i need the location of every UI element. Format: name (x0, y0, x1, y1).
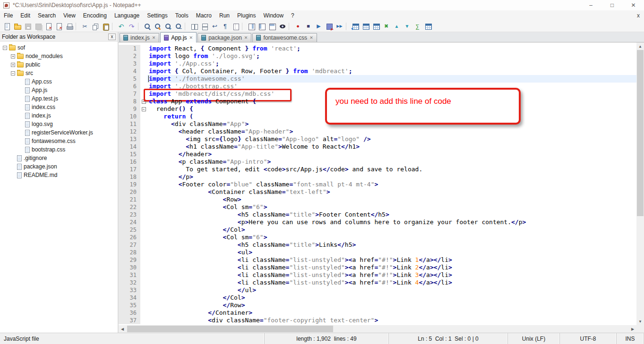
code-line-27[interactable]: 27 <h5 className="title">Links</h5> (119, 241, 636, 249)
tree-item-sof[interactable]: −sof (0, 43, 118, 52)
code-line-31[interactable]: 31 <li className="list-unstyled"><a href… (119, 271, 636, 279)
horizontal-scrollbar[interactable]: ◀ ▶ (119, 325, 644, 333)
replace-icon[interactable] (153, 21, 163, 32)
code-line-36[interactable]: 36 </Container> (119, 309, 636, 317)
menu-window[interactable]: Window (259, 11, 287, 20)
menu-settings[interactable]: Settings (143, 11, 171, 20)
plugin-grid-icon[interactable] (423, 21, 433, 32)
doc-map-icon[interactable] (246, 21, 256, 32)
horizontal-scroll-track[interactable] (126, 325, 629, 333)
tab-close-icon[interactable]: ✕ (309, 35, 313, 40)
redo-icon[interactable]: ↷ (127, 21, 137, 32)
code-area[interactable]: 1import React, { Component } from 'react… (119, 42, 636, 325)
code-line-3[interactable]: 3import './App.css'; (119, 60, 636, 67)
close-all-icon[interactable] (54, 21, 64, 32)
tree-item-public[interactable]: +public (0, 60, 118, 69)
expand-icon[interactable]: + (11, 54, 15, 59)
code-line-24[interactable]: 24 <p>Here you can use rows and columns … (119, 218, 636, 226)
cut-icon[interactable]: ✂ (80, 21, 90, 32)
sync-vertical-icon[interactable] (189, 21, 199, 32)
tab-app-js[interactable]: App.js✕ (160, 32, 197, 42)
tree-item-index-js[interactable]: index.js (0, 111, 118, 120)
tree-item-bootstrap-css[interactable]: bootstrap.css (0, 145, 118, 154)
scroll-right-icon[interactable]: ▶ (629, 325, 636, 333)
code-line-19[interactable]: 19 <Footer color="blue" className="font-… (119, 181, 636, 188)
expand-icon[interactable]: + (11, 63, 15, 67)
code-line-1[interactable]: 1import React, { Component } from 'react… (119, 45, 636, 52)
tree-item-package-json[interactable]: package.json (0, 162, 118, 171)
code-line-18[interactable]: 18 </p> (119, 173, 636, 181)
tab-close-icon[interactable]: ✕ (152, 35, 156, 40)
tree-item-registerserviceworker-js[interactable]: registerServiceWorker.js (0, 128, 118, 137)
tree-item-gitignore[interactable]: .gitignore (0, 154, 118, 162)
tree-item-app-css[interactable]: App.css (0, 77, 118, 86)
code-line-28[interactable]: 28 <ul> (119, 249, 636, 256)
code-line-35[interactable]: 35 </Row> (119, 302, 636, 309)
tab-fontawesome-css[interactable]: fontawesome.css✕ (252, 33, 317, 42)
code-line-14[interactable]: 14 <h1 className="App-title">Welcome to … (119, 143, 636, 151)
plugin-clear-icon[interactable]: ✖ (381, 21, 391, 32)
tree-item-app-test-js[interactable]: App.test.js (0, 94, 118, 103)
tab-close-icon[interactable]: ✕ (244, 35, 248, 40)
code-line-25[interactable]: 25 </Col> (119, 226, 636, 234)
play-macro-icon[interactable]: ▶ (314, 21, 324, 32)
menu-search[interactable]: Search (34, 11, 60, 20)
new-file-icon[interactable] (2, 21, 12, 32)
close-button[interactable]: ✕ (623, 0, 644, 10)
code-line-34[interactable]: 34 </Col> (119, 294, 636, 302)
code-line-26[interactable]: 26 <Col sm="6"> (119, 234, 636, 241)
tree-item-index-css[interactable]: index.css (0, 103, 118, 111)
scroll-left-icon[interactable]: ◀ (119, 325, 126, 333)
code-line-12[interactable]: 12 <header className="App-header"> (119, 128, 636, 135)
doc-list-icon[interactable] (267, 21, 277, 32)
code-line-17[interactable]: 17 To get started, edit <code>src/App.js… (119, 166, 636, 173)
zoom-out-icon[interactable] (173, 21, 183, 32)
record-macro-icon[interactable]: ● (293, 21, 303, 32)
stop-macro-icon[interactable]: ■ (303, 21, 313, 32)
maximize-button[interactable]: □ (601, 0, 623, 10)
code-line-20[interactable]: 20 <Container className="text-left"> (119, 188, 636, 196)
menu-run[interactable]: Run (215, 11, 233, 20)
code-line-37[interactable]: 37 <div className="footer-copyright text… (119, 317, 636, 324)
undo-icon[interactable]: ↶ (116, 21, 126, 32)
run-macro-multiple-icon[interactable]: ▶▶ (335, 21, 344, 32)
code-line-5[interactable]: 5import './fontawesome.css' (119, 75, 636, 83)
sync-horizontal-icon[interactable] (199, 21, 209, 32)
save-macro-icon[interactable] (324, 21, 334, 32)
tree-item-node-modules[interactable]: +node_modules (0, 52, 118, 60)
zoom-in-icon[interactable] (163, 21, 173, 32)
code-line-2[interactable]: 2import logo from './logo.svg'; (119, 52, 636, 60)
open-file-icon[interactable] (12, 21, 22, 32)
show-all-chars-icon[interactable]: ¶ (220, 21, 230, 32)
copy-icon[interactable] (90, 21, 100, 32)
plugin-sort-descending-icon[interactable]: ▼ (402, 21, 412, 32)
menu-view[interactable]: View (60, 11, 79, 20)
plugin-sum-icon[interactable]: ∑ (412, 21, 422, 32)
code-line-13[interactable]: 13 <img src={logo} className="App-logo" … (119, 135, 636, 143)
indent-guide-icon[interactable] (231, 21, 240, 32)
tree-item-logo-svg[interactable]: logo.svg (0, 120, 118, 128)
code-line-21[interactable]: 21 <Row> (119, 196, 636, 203)
menu-edit[interactable]: Edit (17, 11, 34, 20)
vertical-scroll-thumb[interactable] (637, 50, 644, 216)
plugin-table-icon[interactable] (361, 21, 370, 32)
tab-package-json[interactable]: package.json✕ (197, 33, 251, 42)
scroll-down-icon[interactable]: ▼ (636, 318, 644, 325)
plugin-table-import-icon[interactable] (350, 21, 360, 32)
monitoring-eye-icon[interactable] (277, 21, 287, 32)
menu-?[interactable]: ? (287, 11, 298, 20)
close-file-icon[interactable] (43, 21, 53, 32)
code-line-15[interactable]: 15 </header> (119, 151, 636, 158)
word-wrap-icon[interactable]: ↩ (210, 21, 220, 32)
menu-encoding[interactable]: Encoding (79, 11, 111, 20)
tab-index-js[interactable]: index.js✕ (120, 33, 159, 42)
tree-item-fontawesome-css[interactable]: fontawesome.css (0, 137, 118, 145)
code-line-32[interactable]: 32 <li className="list-unstyled"><a href… (119, 279, 636, 286)
menu-language[interactable]: Language (111, 11, 143, 20)
tree-item-src[interactable]: −src (0, 69, 118, 77)
code-line-29[interactable]: 29 <li className="list-unstyled"><a href… (119, 256, 636, 264)
tab-close-icon[interactable]: ✕ (189, 35, 193, 40)
code-line-22[interactable]: 22 <Col sm="6"> (119, 203, 636, 211)
menu-plugins[interactable]: Plugins (233, 11, 259, 20)
fold-collapse-icon[interactable]: − (142, 107, 146, 111)
